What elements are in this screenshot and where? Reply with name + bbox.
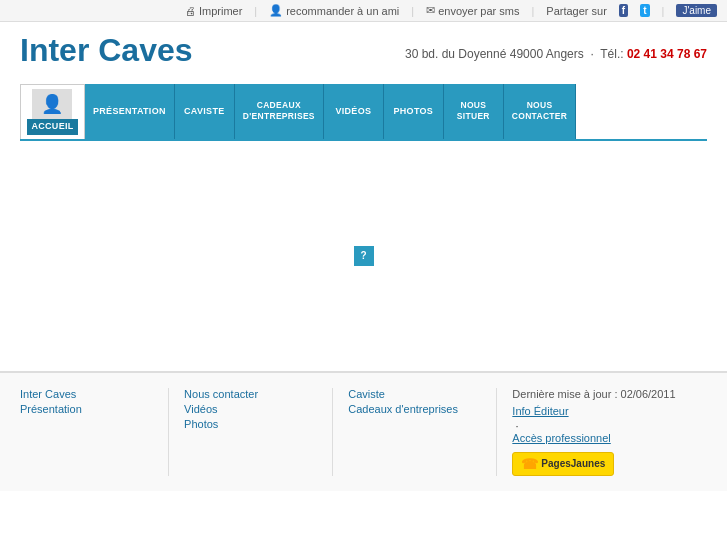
facebook-icon[interactable]: f [619,4,628,17]
sep3: | [531,5,534,17]
accueil-tab[interactable]: ACCUEIL [27,119,77,135]
top-bar: 🖨 Imprimer | 👤 recommander à un ami | ✉ … [0,0,727,22]
nav-home-tab[interactable]: 👤 ACCUEIL [20,84,85,139]
jaime-button[interactable]: J'aime [676,4,717,17]
footer-col-2: Nous contacter Vidéos Photos [184,388,317,476]
pj-icon: ☎ [521,456,538,472]
send-sms-label: envoyer par sms [438,5,519,17]
address: 30 bd. du Doyenné 49000 Angers [405,47,584,61]
recommend-label: recommander à un ami [286,5,399,17]
nav-tab-photos[interactable]: PHOTOS [384,84,444,139]
footer-update: Dernière mise à jour : 02/06/2011 [512,388,697,400]
sms-icon: ✉ [426,4,435,17]
nav-tab-cadeaux[interactable]: CADEAUXD'ENTREPRISES [235,84,324,139]
footer-link-cadeaux[interactable]: Cadeaux d'entreprises [348,403,471,415]
nav-bar: 👤 ACCUEIL PRÉSENTATION CAVISTE CADEAUXD'… [20,84,707,141]
footer-col-4: Dernière mise à jour : 02/06/2011 Info É… [512,388,707,476]
sep2: | [411,5,414,17]
footer-link-caviste[interactable]: Caviste [348,388,471,400]
print-icon: 🖨 [185,5,196,17]
sep4: | [662,5,665,17]
footer-col-3: Caviste Cadeaux d'entreprises [348,388,481,476]
footer-sep-3 [496,388,497,476]
main-content: ? [0,141,727,371]
placeholder-icon: ? [354,246,374,266]
sep1: | [254,5,257,17]
footer-acces-pro-link[interactable]: Accès professionnel [512,432,697,444]
footer-link-videos[interactable]: Vidéos [184,403,307,415]
nav-tab-caviste[interactable]: CAVISTE [175,84,235,139]
recommend-icon: 👤 [269,4,283,17]
print-link[interactable]: 🖨 Imprimer [185,5,242,17]
phone-number: 02 41 34 78 67 [627,47,707,61]
footer-info-editeur-link[interactable]: Info Éditeur [512,405,697,417]
footer-sep-1 [168,388,169,476]
footer-sep-2 [332,388,333,476]
nav-tab-nous-situer[interactable]: NOUSSITUER [444,84,504,139]
footer-col-1: Inter Caves Présentation [20,388,153,476]
nav-tab-videos[interactable]: VIDÉOS [324,84,384,139]
share-label: Partager sur [546,5,607,17]
contact-info: 30 bd. du Doyenné 49000 Angers · Tél.: 0… [405,32,707,61]
tel-label: Tél.: [600,47,623,61]
content-placeholder: ? [354,246,374,266]
footer-link-photos[interactable]: Photos [184,418,307,430]
site-title: Inter Caves [20,32,193,69]
nav-tab-presentation[interactable]: PRÉSENTATION [85,84,175,139]
twitter-icon[interactable]: t [640,4,649,17]
send-sms-link[interactable]: ✉ envoyer par sms [426,4,519,17]
recommend-link[interactable]: 👤 recommander à un ami [269,4,399,17]
print-label: Imprimer [199,5,242,17]
footer-editeur-links: Info Éditeur · Accès professionnel [512,405,697,444]
pages-jaunes-badge[interactable]: ☎ PagesJaunes [512,452,614,476]
home-image: 👤 [32,89,72,119]
navigation: 👤 ACCUEIL PRÉSENTATION CAVISTE CADEAUXD'… [0,84,727,141]
nav-tab-nous-contacter[interactable]: NOUSCONTACTER [504,84,576,139]
footer: Inter Caves Présentation Nous contacter … [0,372,727,491]
pages-jaunes-label: PagesJaunes [541,458,605,469]
footer-link-nous-contacter[interactable]: Nous contacter [184,388,307,400]
footer-link-inter-caves[interactable]: Inter Caves [20,388,143,400]
footer-link-presentation[interactable]: Présentation [20,403,143,415]
header: Inter Caves 30 bd. du Doyenné 49000 Ange… [0,22,727,79]
